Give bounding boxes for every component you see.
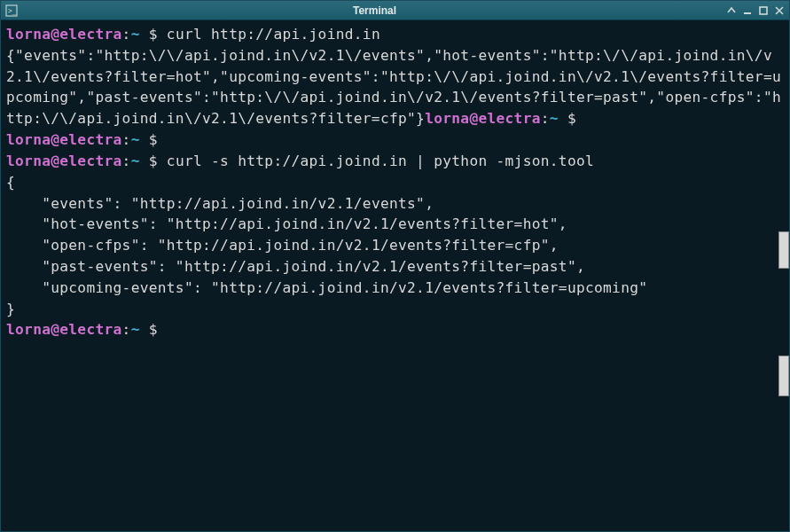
- prompt-path: ~: [131, 26, 140, 43]
- prompt-user-host: lorna@electra: [425, 110, 541, 127]
- command-line: curl -s http://api.joind.in | python -mj…: [167, 153, 594, 169]
- window-title: Terminal: [24, 4, 725, 17]
- svg-text:>_: >_: [8, 7, 17, 15]
- svg-rect-2: [744, 12, 751, 14]
- prompt-symbol: $: [559, 110, 585, 127]
- titlebar: >_ Terminal: [1, 1, 789, 20]
- prompt-user-host: lorna@electra: [6, 153, 122, 169]
- prompt-colon: :: [122, 321, 131, 338]
- window-controls: [725, 4, 786, 17]
- prompt-user-host: lorna@electra: [6, 26, 122, 43]
- prompt-symbol: $: [140, 26, 167, 43]
- prompt-user-host: lorna@electra: [6, 321, 122, 338]
- output-text: "events": "http://api.joind.in/v2.1/even…: [6, 195, 434, 212]
- terminal-body[interactable]: lorna@electra:~ $ curl http://api.joind.…: [1, 20, 789, 531]
- command-line: curl http://api.joind.in: [167, 26, 380, 43]
- prompt-colon: :: [541, 110, 550, 127]
- prompt-path: ~: [550, 110, 559, 127]
- output-text: "open-cfps": "http://api.joind.in/v2.1/e…: [6, 237, 559, 254]
- scrollbar-segment[interactable]: [778, 231, 789, 269]
- rollup-button[interactable]: [725, 4, 738, 17]
- prompt-colon: :: [122, 153, 131, 169]
- maximize-button[interactable]: [757, 4, 770, 17]
- svg-rect-3: [760, 7, 767, 14]
- prompt-path: ~: [131, 321, 140, 338]
- output-text: "upcoming-events": "http://api.joind.in/…: [6, 279, 647, 296]
- output-text: "past-events": "http://api.joind.in/v2.1…: [6, 258, 585, 275]
- output-text: {"events":"http:\/\/api.joind.in\/v2.1\/…: [6, 47, 781, 127]
- prompt-symbol: $: [140, 153, 167, 169]
- minimize-button[interactable]: [741, 4, 754, 17]
- prompt-symbol: $: [140, 131, 167, 148]
- prompt-symbol: $: [140, 321, 167, 338]
- close-button[interactable]: [773, 4, 786, 17]
- terminal-window: >_ Terminal lorna@electra:~ $ curl http:…: [0, 0, 790, 532]
- prompt-user-host: lorna@electra: [6, 131, 122, 148]
- output-text: "hot-events": "http://api.joind.in/v2.1/…: [6, 215, 567, 232]
- output-text: {: [6, 174, 15, 191]
- terminal-content: lorna@electra:~ $ curl http://api.joind.…: [6, 24, 784, 340]
- prompt-colon: :: [122, 26, 131, 43]
- prompt-path: ~: [131, 153, 140, 169]
- app-icon: >_: [4, 4, 19, 18]
- prompt-path: ~: [131, 131, 140, 148]
- output-text: }: [6, 301, 15, 317]
- scrollbar-segment[interactable]: [778, 356, 789, 396]
- prompt-colon: :: [122, 131, 131, 148]
